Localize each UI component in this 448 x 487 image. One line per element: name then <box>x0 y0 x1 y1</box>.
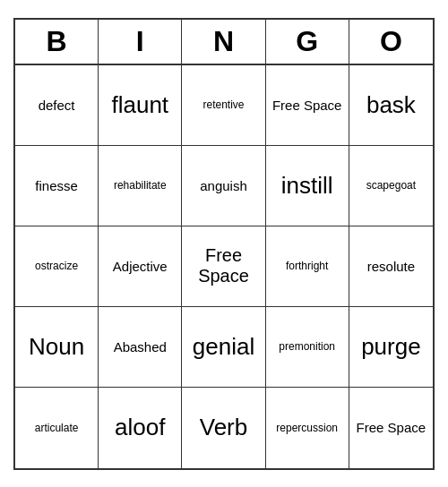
bingo-cell: purge <box>349 307 433 388</box>
bingo-cell: anguish <box>182 146 265 226</box>
bingo-cell: defect <box>15 65 99 146</box>
header-letter: G <box>266 20 349 64</box>
cell-text: premonition <box>279 340 335 353</box>
bingo-cell: Abashed <box>99 307 182 388</box>
cell-text: forthright <box>286 260 328 272</box>
bingo-cell: aloof <box>99 388 182 468</box>
bingo-header: BINGO <box>15 20 433 65</box>
cell-text: ostracize <box>35 260 78 272</box>
cell-text: finesse <box>35 178 78 193</box>
header-letter: B <box>15 20 99 64</box>
cell-text: repercussion <box>276 422 338 434</box>
bingo-cell: Noun <box>15 307 99 388</box>
cell-text: flaunt <box>111 91 168 119</box>
bingo-cell: ostracize <box>15 226 99 307</box>
cell-text: Abashed <box>114 339 167 355</box>
bingo-cell: genial <box>182 307 265 388</box>
bingo-cell: articulate <box>15 388 99 468</box>
bingo-cell: Free Space <box>266 65 349 146</box>
cell-text: retentive <box>202 98 244 111</box>
cell-text: Verb <box>200 414 248 441</box>
cell-text: instill <box>281 172 333 200</box>
bingo-cell: Verb <box>182 388 265 468</box>
bingo-cell: instill <box>266 146 349 226</box>
bingo-cell: repercussion <box>266 388 349 468</box>
bingo-cell: Adjective <box>99 226 182 307</box>
cell-text: genial <box>193 333 254 361</box>
cell-text: scapegoat <box>366 179 416 192</box>
header-letter: O <box>349 20 433 64</box>
cell-text: bask <box>366 91 416 119</box>
cell-text: purge <box>361 333 421 361</box>
bingo-cell: finesse <box>15 146 99 226</box>
cell-text: articulate <box>35 422 79 434</box>
bingo-cell: scapegoat <box>349 146 433 226</box>
cell-text: Adjective <box>113 259 168 274</box>
header-letter: N <box>182 20 265 64</box>
cell-text: defect <box>39 98 75 113</box>
bingo-cell: resolute <box>349 226 433 307</box>
bingo-cell: Free Space <box>182 226 265 307</box>
cell-text: resolute <box>367 259 415 274</box>
bingo-cell: premonition <box>266 307 349 388</box>
bingo-cell: Free Space <box>349 388 433 468</box>
bingo-cell: flaunt <box>99 65 182 146</box>
cell-text: Free Space <box>185 245 261 286</box>
bingo-card: BINGO defectflauntretentiveFree Spacebas… <box>13 18 435 470</box>
header-letter: I <box>99 20 182 64</box>
cell-text: anguish <box>200 178 247 193</box>
cell-text: rehabilitate <box>114 179 167 192</box>
cell-text: Free Space <box>357 420 426 435</box>
cell-text: aloof <box>115 414 165 441</box>
cell-text: Noun <box>29 333 84 361</box>
bingo-cell: retentive <box>182 65 265 146</box>
bingo-grid: defectflauntretentiveFree Spacebaskfines… <box>15 65 433 468</box>
cell-text: Free Space <box>272 98 342 113</box>
bingo-cell: rehabilitate <box>99 146 182 226</box>
bingo-cell: bask <box>349 65 433 146</box>
bingo-cell: forthright <box>266 226 349 307</box>
